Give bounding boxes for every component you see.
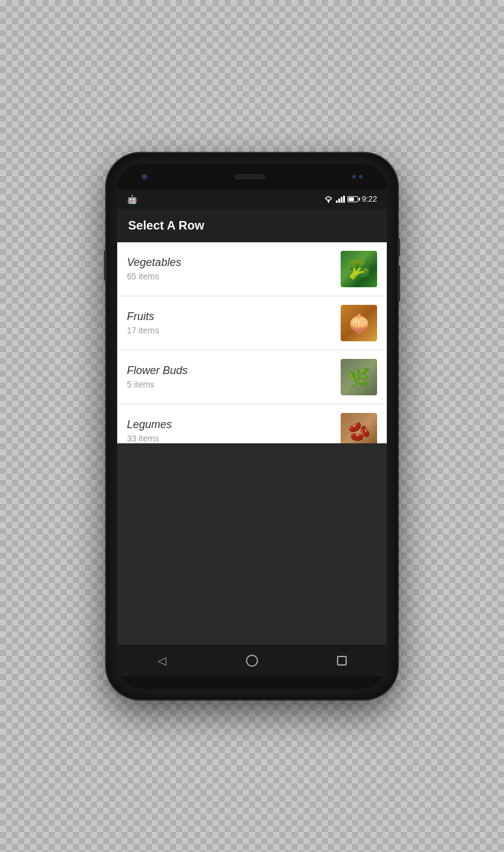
list-item-legumes[interactable]: Legumes 33 items bbox=[117, 404, 387, 444]
list-item-text-flower-buds: Flower Buds 5 items bbox=[127, 364, 333, 389]
flower-buds-image bbox=[341, 359, 377, 395]
connectivity-icons bbox=[324, 196, 358, 203]
recents-icon bbox=[337, 656, 347, 666]
volume-button[interactable] bbox=[104, 250, 106, 281]
signal-bar-1 bbox=[336, 200, 338, 203]
android-icon: 🤖 bbox=[127, 194, 137, 204]
phone-device: 🤖 bbox=[106, 153, 398, 700]
category-list[interactable]: Vegetables 65 items Fruits 17 items bbox=[117, 242, 387, 444]
status-time: 9:22 bbox=[362, 194, 377, 203]
svg-point-0 bbox=[327, 201, 329, 202]
sensor-dot-1 bbox=[352, 175, 356, 179]
below-list-area bbox=[117, 443, 387, 645]
app-header: Select A Row bbox=[117, 209, 387, 242]
phone-bottom-hardware bbox=[117, 676, 387, 689]
legumes-title: Legumes bbox=[127, 418, 333, 431]
back-icon: ◁ bbox=[158, 654, 166, 667]
signal-bars-icon bbox=[336, 196, 345, 203]
sensor-dot-2 bbox=[359, 175, 363, 179]
phone-screen: 🤖 bbox=[117, 164, 387, 689]
battery-body bbox=[347, 196, 358, 202]
vegetables-image bbox=[341, 251, 377, 287]
navigation-bar: ◁ bbox=[117, 645, 387, 676]
vegetables-count: 65 items bbox=[127, 271, 333, 281]
earpiece-speaker bbox=[235, 174, 265, 179]
battery-icon bbox=[347, 196, 358, 202]
legumes-thumbnail bbox=[341, 413, 377, 444]
list-item-fruits[interactable]: Fruits 17 items bbox=[117, 296, 387, 350]
back-button[interactable]: ◁ bbox=[147, 649, 177, 673]
list-item-text-fruits: Fruits 17 items bbox=[127, 310, 333, 335]
volume-right-button[interactable] bbox=[398, 265, 400, 302]
home-icon bbox=[246, 655, 258, 667]
list-item-vegetables[interactable]: Vegetables 65 items bbox=[117, 242, 387, 296]
status-right: 9:22 bbox=[324, 194, 377, 203]
vegetables-thumbnail bbox=[341, 251, 377, 287]
fruits-thumbnail bbox=[341, 305, 377, 341]
phone-top-hardware bbox=[117, 164, 387, 189]
battery-fill bbox=[349, 197, 355, 201]
legumes-image bbox=[341, 413, 377, 444]
signal-bar-4 bbox=[343, 196, 345, 203]
front-camera bbox=[141, 174, 148, 180]
fruits-title: Fruits bbox=[127, 310, 333, 323]
recents-button[interactable] bbox=[327, 649, 357, 673]
app-content: Select A Row Vegetables 65 items bbox=[117, 209, 387, 645]
fruits-image bbox=[341, 305, 377, 341]
signal-bar-3 bbox=[341, 197, 342, 203]
flower-buds-count: 5 items bbox=[127, 380, 333, 389]
list-item-flower-buds[interactable]: Flower Buds 5 items bbox=[117, 350, 387, 404]
status-bar: 🤖 bbox=[117, 189, 387, 209]
home-button[interactable] bbox=[237, 649, 267, 673]
fruits-count: 17 items bbox=[127, 325, 333, 335]
legumes-count: 33 items bbox=[127, 434, 333, 443]
app-title: Select A Row bbox=[128, 219, 204, 232]
signal-bar-2 bbox=[338, 199, 340, 203]
list-item-text-vegetables: Vegetables 65 items bbox=[127, 256, 333, 281]
sensors-area bbox=[352, 175, 363, 179]
flower-buds-title: Flower Buds bbox=[127, 364, 333, 377]
flower-buds-thumbnail bbox=[341, 359, 377, 395]
wifi-icon bbox=[324, 196, 333, 203]
status-left: 🤖 bbox=[127, 194, 137, 204]
list-item-text-legumes: Legumes 33 items bbox=[127, 418, 333, 443]
vegetables-title: Vegetables bbox=[127, 256, 333, 269]
power-button[interactable] bbox=[398, 238, 400, 256]
